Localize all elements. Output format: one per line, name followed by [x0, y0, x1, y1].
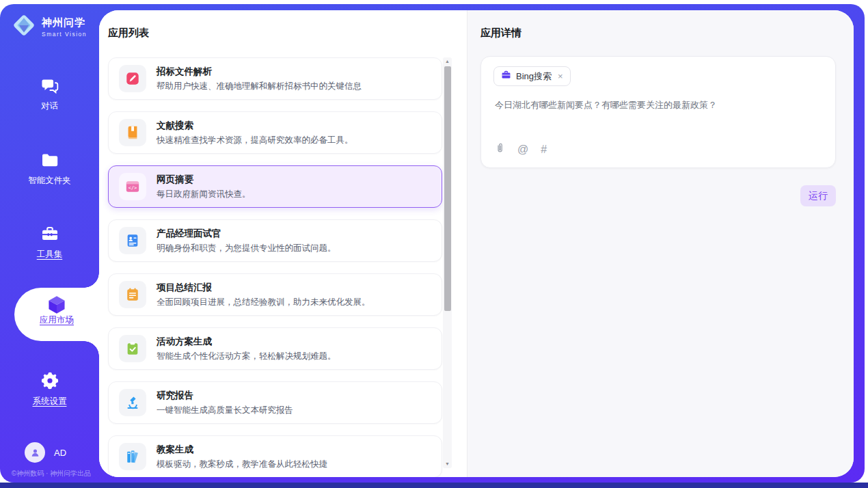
app-list-item[interactable]: </> 网页摘要 每日政府新闻资讯快查。 [108, 165, 442, 208]
app-screen: 神州问学 Smart Vision 对话 [0, 0, 868, 488]
copyright-footer: ©神州数码 · 神州问学出品 [0, 469, 103, 478]
attachment-icon[interactable] [495, 142, 505, 157]
app-item-description: 明确身份和职责，为您提供专业性的面试问题。 [157, 243, 336, 254]
tender-edit-icon [119, 65, 146, 92]
tool-tag-bing-search[interactable]: Bing搜索 × [493, 66, 571, 86]
book-icon [119, 119, 146, 146]
brand-text: 神州问学 Smart Vision [42, 16, 87, 38]
app-list-item[interactable]: 招标文件解析 帮助用户快速、准确地理解和解析招标书中的关键信息 [108, 57, 442, 100]
sidebar-item-toolset[interactable]: 工具集 [0, 223, 99, 260]
sidebar-item-label: 工具集 [37, 249, 63, 260]
app-item-title: 研究报告 [157, 390, 293, 402]
brand-diamond-icon [11, 12, 37, 41]
scrollbar-thumb[interactable] [444, 66, 451, 311]
app-item-description: 全面回顾项目进展，总结经验教训，助力未来优化发展。 [157, 297, 370, 308]
app-list-item[interactable]: 项目总结汇报 全面回顾项目进展，总结经验教训，助力未来优化发展。 [108, 273, 442, 316]
prompt-card: Bing搜索 × 今日湖北有哪些新闻要点？有哪些需要关注的最新政策？ @ # [480, 56, 836, 168]
app-item-title: 教案生成 [157, 444, 327, 456]
app-list-item[interactable]: 产品经理面试官 明确身份和职责，为您提供专业性的面试问题。 [108, 219, 442, 262]
app-list-item[interactable]: 文献搜索 快速精准查找学术资源，提高研究效率的必备工具。 [108, 111, 442, 154]
tool-tag-label: Bing搜索 [516, 70, 552, 83]
briefcase-icon [501, 70, 511, 83]
sidebar-item-settings[interactable]: 系统设置 [0, 370, 99, 407]
app-item-description: 智能生成个性化活动方案，轻松解决规划难题。 [157, 351, 336, 362]
app-list-item[interactable]: 活动方案生成 智能生成个性化活动方案，轻松解决规划难题。 [108, 327, 442, 370]
research-icon [119, 389, 146, 416]
app-item-description: 模板驱动，教案秒成，教学准备从此轻松快捷 [157, 459, 327, 470]
user-account[interactable]: AD [25, 442, 66, 463]
report-note-icon [119, 281, 146, 308]
books-icon [119, 443, 146, 470]
app-detail-panel: 应用详情 Bing搜索 × 今日湖北有哪些新闻要点？ [467, 10, 854, 477]
sidebar-item-label: 系统设置 [33, 396, 67, 407]
app-item-description: 每日政府新闻资讯快查。 [157, 189, 251, 200]
app-list-title: 应用列表 [108, 27, 149, 40]
bottom-bar [0, 483, 868, 488]
app-list-panel: 应用列表 招标文件解析 帮助用户快速、准确地理解和解析招标书中的关键信息 文献搜… [99, 10, 467, 477]
sidebar-item-label: 应用市场 [40, 314, 74, 326]
sidebar-item-smart-folder[interactable]: 智能文件夹 [0, 150, 99, 187]
scroll-down-arrow-icon[interactable]: ▼ [443, 460, 452, 468]
hash-icon[interactable]: # [541, 144, 547, 155]
app-item-description: 一键智能生成高质量长文本研究报告 [157, 405, 293, 416]
content-area: 应用列表 招标文件解析 帮助用户快速、准确地理解和解析招标书中的关键信息 文献搜… [99, 10, 854, 477]
interview-doc-icon [119, 227, 146, 254]
app-list-scrollbar[interactable]: ▲ ▼ [443, 57, 452, 468]
cube-icon [14, 288, 99, 311]
prompt-input[interactable]: 今日湖北有哪些新闻要点？有哪些需要关注的最新政策？ [495, 99, 822, 111]
app-item-title: 项目总结汇报 [157, 282, 370, 294]
app-item-title: 产品经理面试官 [157, 228, 336, 240]
app-list-item[interactable]: 研究报告 一键智能生成高质量长文本研究报告 [108, 381, 442, 424]
close-icon[interactable]: × [558, 71, 563, 81]
toolbox-icon [0, 223, 99, 244]
brand-subtitle: Smart Vision [42, 31, 87, 38]
user-avatar-icon [25, 442, 45, 463]
clipboard-check-icon [119, 335, 146, 362]
sidebar-item-app-market[interactable]: 应用市场 [14, 288, 99, 341]
app-item-description: 帮助用户快速、准确地理解和解析招标书中的关键信息 [157, 81, 362, 92]
chat-icon [0, 75, 99, 96]
app-detail-title: 应用详情 [480, 27, 521, 40]
run-button[interactable]: 运行 [800, 185, 836, 206]
web-code-icon: </> [119, 173, 146, 200]
app-item-title: 活动方案生成 [157, 336, 336, 348]
sidebar-item-chat[interactable]: 对话 [0, 75, 99, 112]
mention-icon[interactable]: @ [517, 144, 528, 155]
gear-icon [0, 370, 99, 391]
brand-name: 神州问学 [42, 16, 87, 29]
prompt-toolbar: @ # [495, 142, 547, 157]
app-item-title: 招标文件解析 [157, 66, 362, 78]
user-name: AD [54, 448, 66, 458]
sidebar-item-label: 智能文件夹 [28, 175, 71, 187]
folder-icon [0, 150, 99, 170]
svg-text:</>: </> [128, 185, 137, 191]
sidebar-item-label: 对话 [41, 100, 58, 112]
sidebar: 神州问学 Smart Vision 对话 [0, 4, 99, 483]
app-item-title: 文献搜索 [157, 120, 353, 132]
app-item-title: 网页摘要 [157, 174, 251, 186]
app-list-items: 招标文件解析 帮助用户快速、准确地理解和解析招标书中的关键信息 文献搜索 快速精… [108, 57, 442, 477]
scroll-up-arrow-icon[interactable]: ▲ [443, 57, 452, 66]
app-window: 神州问学 Smart Vision 对话 [0, 4, 865, 483]
app-item-description: 快速精准查找学术资源，提高研究效率的必备工具。 [157, 135, 353, 146]
app-list-item[interactable]: 教案生成 模板驱动，教案秒成，教学准备从此轻松快捷 [108, 435, 442, 477]
brand-logo: 神州问学 Smart Vision [11, 12, 87, 41]
